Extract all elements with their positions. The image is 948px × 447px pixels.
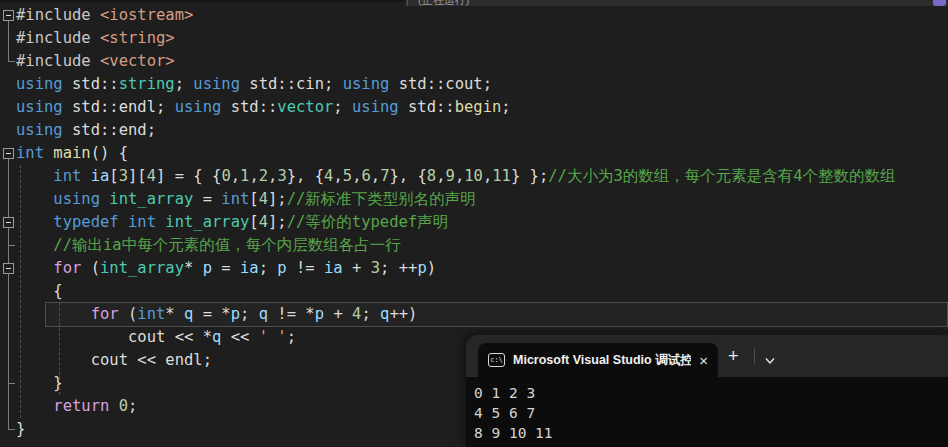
terminal-output-line: 0 1 2 3 [474, 383, 535, 403]
code-line: for (int_array* p = ia; p != ia + 3; ++p… [16, 257, 436, 280]
titlebar-divider [407, 0, 408, 6]
code-line: cout << endl; [16, 349, 212, 372]
code-line: using std::string; using std::cin; using… [16, 73, 492, 96]
code-line: } [16, 418, 25, 441]
terminal-output-line: 8 9 10 11 [474, 423, 553, 443]
console-output: 0 1 2 34 5 6 78 9 10 11 [466, 377, 948, 447]
fold-region-line [8, 274, 15, 384]
code-line: using std::end; [16, 119, 156, 142]
code-line: } [16, 372, 63, 395]
vs-logo-icon [933, 0, 946, 6]
code-line: { [16, 280, 63, 303]
fold-marker[interactable] [3, 217, 14, 228]
running-status-label: (正在运行) [418, 0, 469, 6]
tab-bar-divider [754, 348, 755, 364]
close-tab-icon[interactable]: × [699, 352, 708, 369]
fold-region-line [8, 21, 15, 62]
screenshot-root: #include <iostream>#include <string>#inc… [0, 0, 948, 447]
code-line: for (int* q = *p; q != *p + 4; q++) [16, 303, 417, 326]
code-line: //输出ia中每个元素的值，每个内层数组各占一行 [16, 234, 401, 257]
code-line: using std::endl; using std::vector; usin… [16, 96, 511, 119]
code-line: typedef int int_array[4];//等价的typedef声明 [16, 211, 448, 234]
code-line: #include <iostream> [16, 4, 193, 27]
code-line: return 0; [16, 395, 137, 418]
fold-marker[interactable] [3, 148, 14, 159]
terminal-tab[interactable]: c:\ Microsoft Visual Studio 调试控制台 × [478, 343, 718, 377]
code-line: using int_array = int[4];//新标准下类型别名的声明 [16, 188, 476, 211]
code-line: int main() { [16, 142, 128, 165]
fold-marker[interactable] [3, 10, 14, 21]
terminal-tab-title: Microsoft Visual Studio 调试控制台 [513, 352, 691, 369]
code-line: int ia[3][4] = { {0,1,2,3}, {4,5,6,7}, {… [16, 165, 896, 188]
fold-region-line [8, 228, 15, 246]
debug-console-window: c:\ Microsoft Visual Studio 调试控制台 × + 0 … [466, 335, 948, 447]
terminal-output-line: 4 5 6 7 [474, 403, 535, 423]
fold-marker[interactable] [3, 263, 14, 274]
code-line: #include <string> [16, 27, 175, 50]
terminal-tab-bar: c:\ Microsoft Visual Studio 调试控制台 × + [466, 335, 948, 377]
new-tab-button[interactable]: + [728, 346, 739, 367]
chevron-down-icon[interactable] [764, 351, 776, 370]
cmd-icon: c:\ [488, 353, 505, 367]
background-vs-titlebar: (正在运行) [405, 0, 948, 6]
code-line: cout << *q << ' '; [16, 326, 296, 349]
code-line: #include <vector> [16, 50, 175, 73]
